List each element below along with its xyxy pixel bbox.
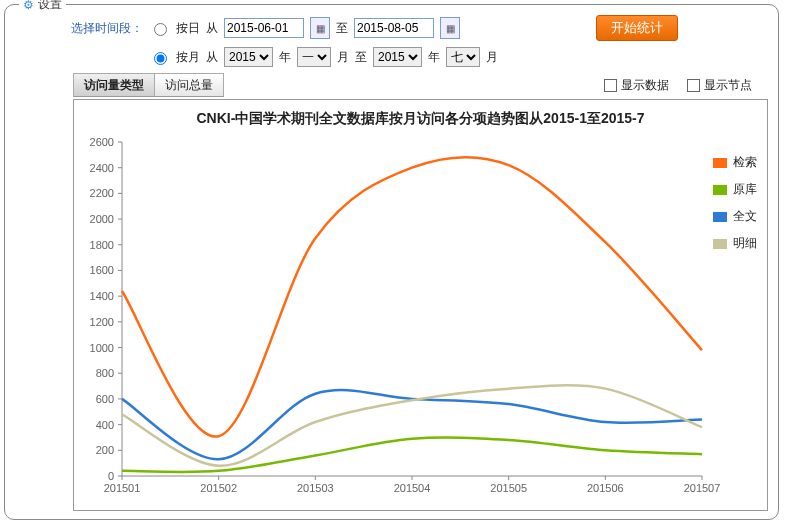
year-suffix-2: 年 (428, 49, 440, 66)
svg-text:201506: 201506 (587, 482, 624, 494)
calendar-icon[interactable]: ▦ (440, 17, 460, 39)
chart-legend: 检索原库全文明细 (713, 154, 757, 262)
svg-text:2200: 2200 (90, 187, 114, 199)
tab-visit-total[interactable]: 访问总量 (155, 73, 224, 97)
chart-title: CNKI-中国学术期刊全文数据库按月访问各分项趋势图从2015-1至2015-7 (74, 110, 767, 128)
svg-text:800: 800 (96, 367, 114, 379)
panel-title: 设置 (38, 0, 62, 13)
show-nodes-checkbox[interactable]: 显示节点 (687, 77, 752, 94)
month-to-select[interactable]: 七 (446, 47, 480, 67)
radio-by-day[interactable] (154, 23, 167, 36)
svg-text:200: 200 (96, 444, 114, 456)
svg-text:2400: 2400 (90, 162, 114, 174)
row-by-month: 按月 从 2015 年 一 月 至 2015 年 七 月 (149, 47, 772, 67)
legend-item[interactable]: 检索 (713, 154, 757, 171)
legend-label: 检索 (733, 154, 757, 171)
month-suffix-1: 月 (337, 49, 349, 66)
legend-label: 原库 (733, 181, 757, 198)
month-suffix-2: 月 (486, 49, 498, 66)
svg-text:201507: 201507 (684, 482, 721, 494)
svg-text:400: 400 (96, 419, 114, 431)
row-by-day: 选择时间段： 按日 从 ▦ 至 ▦ 开始统计 (71, 15, 772, 41)
tab-visit-type[interactable]: 访问量类型 (73, 73, 155, 97)
svg-text:201502: 201502 (200, 482, 237, 494)
time-range-label: 选择时间段： (71, 20, 143, 37)
legend-swatch (713, 212, 727, 222)
start-stats-button[interactable]: 开始统计 (596, 15, 678, 41)
svg-text:2000: 2000 (90, 213, 114, 225)
gear-icon: ⚙ (23, 0, 34, 12)
legend-item[interactable]: 明细 (713, 235, 757, 252)
legend-item[interactable]: 全文 (713, 208, 757, 225)
from-label-2: 从 (206, 49, 218, 66)
year-suffix-1: 年 (279, 49, 291, 66)
svg-text:1800: 1800 (90, 239, 114, 251)
from-label: 从 (206, 20, 218, 37)
to-label: 至 (336, 20, 348, 37)
checkbox-group: 显示数据 显示节点 (604, 77, 752, 94)
svg-text:1600: 1600 (90, 264, 114, 276)
svg-text:201505: 201505 (490, 482, 527, 494)
year-to-select[interactable]: 2015 (373, 47, 422, 67)
month-from-select[interactable]: 一 (297, 47, 331, 67)
date-to-input[interactable] (354, 18, 434, 38)
by-day-label: 按日 (176, 20, 200, 37)
year-from-select[interactable]: 2015 (224, 47, 273, 67)
svg-text:1200: 1200 (90, 316, 114, 328)
svg-text:2600: 2600 (90, 136, 114, 148)
radio-by-month[interactable] (154, 52, 167, 65)
calendar-icon[interactable]: ▦ (310, 17, 330, 39)
svg-text:600: 600 (96, 393, 114, 405)
legend-swatch (713, 239, 727, 249)
panel-title-wrap: ⚙ 设置 (19, 0, 66, 13)
legend-label: 明细 (733, 235, 757, 252)
show-nodes-label: 显示节点 (704, 77, 752, 94)
svg-text:0: 0 (108, 470, 114, 482)
svg-text:201501: 201501 (104, 482, 141, 494)
svg-text:201503: 201503 (297, 482, 334, 494)
chart-container: CNKI-中国学术期刊全文数据库按月访问各分项趋势图从2015-1至2015-7… (73, 99, 768, 511)
legend-swatch (713, 185, 727, 195)
date-from-input[interactable] (224, 18, 304, 38)
legend-item[interactable]: 原库 (713, 181, 757, 198)
tabs-row: 访问量类型 访问总量 显示数据 显示节点 (73, 73, 772, 97)
svg-text:201504: 201504 (394, 482, 431, 494)
controls: 选择时间段： 按日 从 ▦ 至 ▦ 开始统计 按月 从 2015 年 一 月 至… (71, 15, 772, 67)
legend-label: 全文 (733, 208, 757, 225)
to-label-2: 至 (355, 49, 367, 66)
show-data-label: 显示数据 (621, 77, 669, 94)
chart-svg: 0200400600800100012001400160018002000220… (74, 136, 774, 506)
by-month-label: 按月 (176, 49, 200, 66)
svg-text:1000: 1000 (90, 342, 114, 354)
settings-panel: ⚙ 设置 选择时间段： 按日 从 ▦ 至 ▦ 开始统计 按月 从 2015 年 … (4, 4, 779, 520)
svg-text:1400: 1400 (90, 290, 114, 302)
show-data-checkbox[interactable]: 显示数据 (604, 77, 669, 94)
legend-swatch (713, 158, 727, 168)
